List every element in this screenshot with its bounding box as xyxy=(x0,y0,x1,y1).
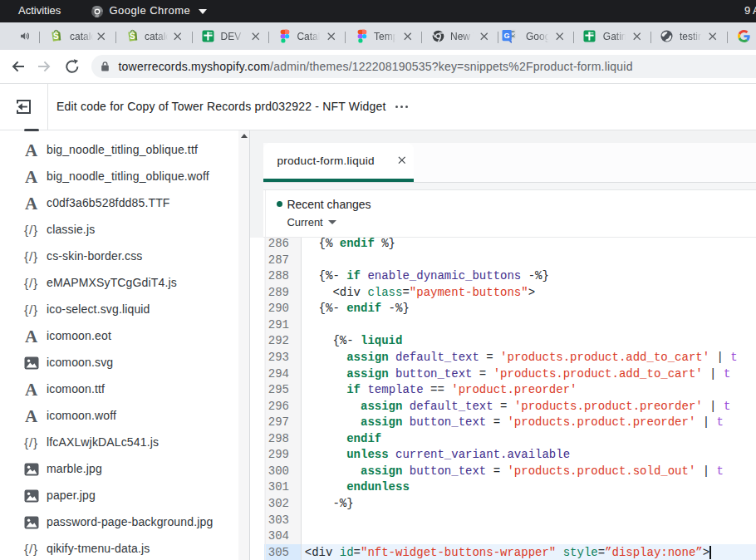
svg-text:S: S xyxy=(130,32,135,41)
svg-text:S: S xyxy=(53,32,59,41)
svg-text:G: G xyxy=(504,32,510,40)
